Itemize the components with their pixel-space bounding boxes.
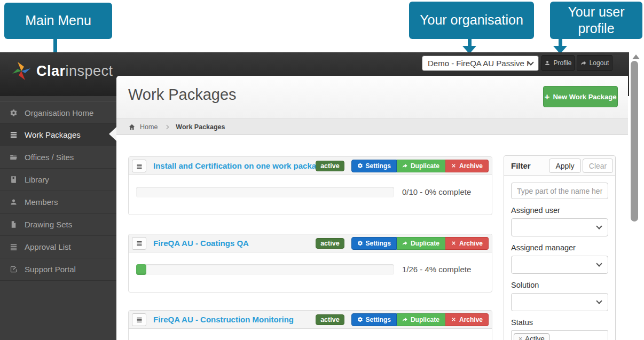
settings-button-label: Settings — [366, 162, 391, 170]
sidebar-item-approval-list[interactable]: Approval List — [0, 236, 116, 258]
status-tag-label: Active — [525, 335, 545, 340]
assigned-user-select[interactable] — [511, 218, 608, 236]
settings-button-label: Settings — [366, 240, 391, 247]
archive-button[interactable]: Archive — [445, 160, 489, 172]
scrollbar-up-arrow[interactable] — [632, 54, 640, 59]
status-badge: active — [316, 161, 344, 171]
drag-handle[interactable] — [132, 313, 146, 326]
sidebar-item-label: Support Portal — [25, 265, 76, 274]
settings-button[interactable]: Settings — [351, 237, 397, 250]
settings-button[interactable]: Settings — [351, 313, 397, 326]
sidebar-item-label: Approval List — [25, 242, 71, 251]
star-logo-icon — [11, 59, 32, 83]
sidebar-item-organisation-home[interactable]: Organisation Home — [0, 101, 116, 124]
gear-icon — [10, 109, 18, 117]
settings-button-label: Settings — [366, 316, 391, 323]
organisation-dropdown[interactable]: Demo - FireQA AU Passive Fi — [422, 56, 539, 71]
duplicate-button[interactable]: Duplicate — [397, 313, 445, 326]
gear-icon — [357, 163, 363, 169]
breadcrumb-home-link[interactable]: Home — [140, 123, 158, 131]
brand-text-bold: Clar — [36, 63, 66, 79]
scrollbar — [629, 52, 644, 340]
plus-icon: + — [545, 92, 550, 101]
solution-label: Solution — [511, 281, 608, 289]
archive-button-label: Archive — [459, 240, 483, 247]
card-action-buttons: Settings Duplicate Archive — [351, 237, 489, 250]
filter-panel: Filter Apply Clear Assigned user Assigne… — [504, 155, 616, 340]
check-icon — [10, 265, 18, 273]
sidebar-item-members[interactable]: Members — [0, 191, 116, 214]
brand-text-light: inspect — [66, 63, 113, 79]
archive-button-label: Archive — [459, 316, 483, 323]
sidebar-item-support-portal[interactable]: Support Portal — [0, 258, 116, 281]
filter-title: Filter — [511, 156, 531, 176]
card-header: Install and Certification on one work pa… — [129, 157, 492, 175]
scrollbar-thumb[interactable] — [631, 61, 638, 222]
page-title: Work Packages — [128, 86, 237, 104]
list-icon — [10, 131, 18, 139]
progress-bar — [136, 264, 394, 275]
card-body — [129, 329, 492, 340]
chevron-down-icon — [596, 298, 602, 304]
progress-label: 1/26 - 4% complete — [402, 264, 471, 275]
sidebar-item-work-packages[interactable]: Work Packages — [0, 124, 116, 146]
sidebar-item-label: Work Packages — [25, 130, 81, 139]
person-icon — [544, 60, 551, 66]
assigned-manager-select[interactable] — [511, 256, 608, 274]
card-body: 1/26 - 4% complete — [129, 252, 492, 292]
clear-button[interactable]: Clear — [583, 159, 613, 173]
sidebar-item-label: Members — [25, 197, 58, 207]
organisation-dropdown-value: Demo - FireQA AU Passive Fi — [428, 59, 529, 68]
sidebar-item-drawing-sets[interactable]: Drawing Sets — [0, 214, 116, 236]
breadcrumb-chevron-icon — [164, 124, 169, 129]
page-title-section: Work Packages + New Work Package — [116, 76, 628, 118]
duplicate-button[interactable]: Duplicate — [397, 237, 445, 250]
your-user-profile-callout: Your user profile — [550, 2, 642, 39]
remove-tag-icon[interactable]: × — [519, 335, 522, 340]
logout-button[interactable]: Logout — [577, 55, 612, 71]
status-label: Status — [511, 318, 608, 327]
card-body: 0/10 - 0% complete — [129, 175, 492, 215]
x-icon — [451, 163, 457, 169]
person-icon — [10, 198, 18, 206]
chevron-down-icon — [528, 59, 533, 65]
sidebar-item-label: Drawing Sets — [25, 220, 72, 229]
your-organisation-callout-label: Your organisation — [420, 12, 523, 28]
app-root: Main Menu Your organisation Your user pr… — [0, 0, 644, 340]
drag-handle[interactable] — [132, 237, 146, 250]
name-filter-input[interactable] — [511, 183, 608, 199]
duplicate-button[interactable]: Duplicate — [397, 160, 445, 172]
active-item-pointer — [109, 127, 116, 141]
gear-icon — [357, 317, 363, 322]
sidebar-item-library[interactable]: Library — [0, 169, 116, 191]
x-icon — [451, 317, 457, 322]
filter-header: Filter Apply Clear — [504, 156, 615, 176]
work-package-title-link[interactable]: FireQA AU - Construction Monitoring — [153, 315, 316, 324]
your-user-profile-callout-label: Your user profile — [557, 4, 635, 37]
profile-button[interactable]: Profile — [541, 55, 575, 71]
archive-button[interactable]: Archive — [445, 237, 489, 250]
brand-text: Clarinspect — [36, 63, 113, 80]
drag-handle[interactable] — [132, 160, 146, 172]
status-tag-active: × Active — [514, 333, 549, 340]
chevron-down-icon — [596, 260, 602, 266]
sidebar-menu: Organisation Home Work Packages Offices … — [0, 96, 116, 340]
gear-icon — [357, 240, 363, 246]
archive-button[interactable]: Archive — [445, 313, 489, 326]
solution-select[interactable] — [511, 293, 608, 311]
breadcrumb: Home Work Packages — [116, 118, 628, 135]
folder-icon — [10, 153, 18, 161]
status-multiselect[interactable]: × Active — [511, 330, 608, 340]
apply-button[interactable]: Apply — [549, 159, 581, 173]
work-package-title-link[interactable]: FireQA AU - Coatings QA — [153, 239, 316, 248]
archive-button-label: Archive — [459, 162, 483, 170]
clarinspect-logo[interactable]: Clarinspect — [11, 59, 113, 83]
settings-button[interactable]: Settings — [351, 160, 397, 172]
work-package-title-link[interactable]: Install and Certification on one work pa… — [153, 161, 316, 170]
sidebar-item-offices-sites[interactable]: Offices / Sites — [0, 146, 116, 169]
home-icon — [128, 123, 136, 131]
new-work-package-button[interactable]: + New Work Package — [543, 86, 618, 107]
main-menu-callout-label: Main Menu — [25, 12, 91, 29]
new-work-package-label: New Work Package — [553, 93, 616, 101]
logout-button-label: Logout — [590, 59, 609, 67]
